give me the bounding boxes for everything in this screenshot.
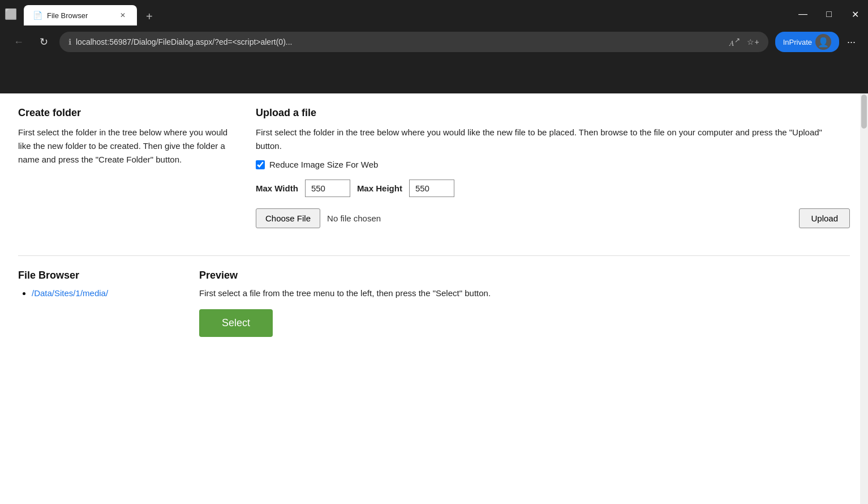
tree-link[interactable]: /Data/Sites/1/media/ bbox=[32, 288, 108, 298]
preview-description: First select a file from the tree menu t… bbox=[199, 288, 850, 298]
favorites-icon: ☆+ bbox=[747, 37, 759, 46]
max-height-input[interactable] bbox=[409, 180, 454, 197]
create-folder-title: Create folder bbox=[18, 107, 233, 119]
tab-close-button[interactable]: ✕ bbox=[118, 10, 128, 20]
bottom-section: File Browser /Data/Sites/1/media/ Previe… bbox=[18, 270, 850, 337]
file-upload-row: Choose File No file chosen Upload bbox=[256, 208, 850, 228]
no-file-text: No file chosen bbox=[327, 213, 381, 223]
title-bar: ⬜ 📄 File Browser ✕ + — □ ✕ bbox=[0, 0, 868, 28]
choose-file-button[interactable]: Choose File bbox=[256, 208, 320, 228]
minimize-button[interactable]: — bbox=[790, 0, 816, 28]
preview-title: Preview bbox=[199, 270, 850, 281]
max-height-label: Max Height bbox=[357, 183, 402, 193]
upload-file-section: Upload a file First select the folder in… bbox=[256, 107, 850, 228]
new-tab-button[interactable]: + bbox=[141, 8, 157, 25]
upload-file-description: First select the folder in the tree belo… bbox=[256, 126, 850, 153]
more-options-button[interactable]: ··· bbox=[844, 34, 859, 50]
tab-icon: 📄 bbox=[33, 11, 42, 20]
dimensions-row: Max Width Max Height bbox=[256, 180, 850, 197]
inprivate-button[interactable]: InPrivate 👤 bbox=[775, 32, 839, 52]
file-browser-section: File Browser /Data/Sites/1/media/ bbox=[18, 270, 177, 337]
browser-chrome: ⬜ 📄 File Browser ✕ + — □ ✕ ← ↻ bbox=[0, 0, 868, 93]
select-button[interactable]: Select bbox=[199, 309, 273, 337]
max-width-label: Max Width bbox=[256, 183, 298, 193]
upload-file-title: Upload a file bbox=[256, 107, 850, 119]
close-button[interactable]: ✕ bbox=[842, 0, 868, 28]
address-input-wrap[interactable]: ℹ localhost:56987/Dialog/FileDialog.aspx… bbox=[59, 32, 768, 52]
refresh-button[interactable]: ↻ bbox=[35, 33, 53, 50]
top-section: Create folder First select the folder in… bbox=[18, 107, 850, 228]
file-tree: /Data/Sites/1/media/ bbox=[18, 288, 177, 298]
tab-title: File Browser bbox=[47, 11, 113, 20]
read-aloud-icon: 𝐴↗ bbox=[729, 36, 740, 48]
back-button[interactable]: ← bbox=[9, 34, 28, 50]
window-controls: — □ ✕ bbox=[790, 0, 868, 28]
create-folder-description: First select the folder in the tree belo… bbox=[18, 126, 233, 166]
reduce-image-label: Reduce Image Size For Web bbox=[269, 160, 378, 169]
tree-item: /Data/Sites/1/media/ bbox=[32, 288, 177, 298]
address-text: localhost:56987/Dialog/FileDialog.aspx/?… bbox=[76, 37, 723, 46]
scrollbar-track[interactable] bbox=[860, 93, 868, 504]
browser-icon: ⬜ bbox=[5, 8, 17, 20]
reduce-image-checkbox[interactable] bbox=[256, 160, 265, 169]
maximize-button[interactable]: □ bbox=[816, 0, 842, 28]
upload-button[interactable]: Upload bbox=[799, 208, 850, 228]
avatar: 👤 bbox=[815, 34, 831, 50]
create-folder-section: Create folder First select the folder in… bbox=[18, 107, 233, 228]
toolbar-right: InPrivate 👤 ··· bbox=[775, 32, 859, 52]
inprivate-label: InPrivate bbox=[783, 38, 812, 46]
max-width-input[interactable] bbox=[305, 180, 350, 197]
page-content: Create folder First select the folder in… bbox=[0, 93, 868, 504]
active-tab[interactable]: 📄 File Browser ✕ bbox=[24, 5, 137, 25]
preview-section: Preview First select a file from the tre… bbox=[199, 270, 850, 337]
scrollbar-thumb[interactable] bbox=[861, 95, 867, 129]
section-divider bbox=[18, 255, 850, 256]
tab-bar: 📄 File Browser ✕ + bbox=[24, 3, 863, 25]
address-bar: ← ↻ ℹ localhost:56987/Dialog/FileDialog.… bbox=[0, 28, 868, 55]
reduce-image-row: Reduce Image Size For Web bbox=[256, 160, 850, 169]
file-browser-title: File Browser bbox=[18, 270, 177, 281]
info-icon: ℹ bbox=[68, 37, 71, 46]
